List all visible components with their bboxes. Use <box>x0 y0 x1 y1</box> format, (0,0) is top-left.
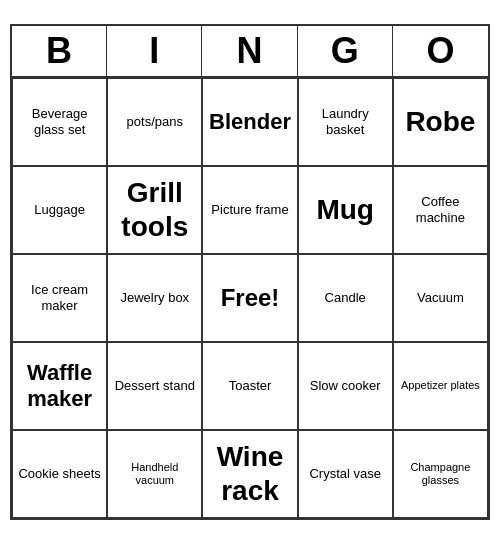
letter-n: N <box>202 26 297 76</box>
cell-21: Handheld vacuum <box>107 430 202 518</box>
letter-b: B <box>12 26 107 76</box>
bingo-grid: Beverage glass set pots/pans Blender Lau… <box>12 78 488 518</box>
bingo-header: B I N G O <box>12 26 488 78</box>
cell-11: Jewelry box <box>107 254 202 342</box>
letter-o: O <box>393 26 488 76</box>
cell-19: Appetizer plates <box>393 342 488 430</box>
cell-18: Slow cooker <box>298 342 393 430</box>
cell-14: Vacuum <box>393 254 488 342</box>
cell-16: Dessert stand <box>107 342 202 430</box>
cell-4: Robe <box>393 78 488 166</box>
cell-20: Cookie sheets <box>12 430 107 518</box>
cell-7: Picture frame <box>202 166 297 254</box>
cell-13: Candle <box>298 254 393 342</box>
cell-8: Mug <box>298 166 393 254</box>
letter-g: G <box>298 26 393 76</box>
cell-17: Toaster <box>202 342 297 430</box>
cell-2: Blender <box>202 78 297 166</box>
cell-3: Laundry basket <box>298 78 393 166</box>
cell-0: Beverage glass set <box>12 78 107 166</box>
cell-10: Ice cream maker <box>12 254 107 342</box>
letter-i: I <box>107 26 202 76</box>
cell-12-free: Free! <box>202 254 297 342</box>
cell-1: pots/pans <box>107 78 202 166</box>
cell-22: Wine rack <box>202 430 297 518</box>
bingo-card: B I N G O Beverage glass set pots/pans B… <box>10 24 490 520</box>
cell-23: Crystal vase <box>298 430 393 518</box>
cell-5: Luggage <box>12 166 107 254</box>
cell-24: Champagne glasses <box>393 430 488 518</box>
cell-15: Waffle maker <box>12 342 107 430</box>
cell-9: Coffee machine <box>393 166 488 254</box>
cell-6: Grill tools <box>107 166 202 254</box>
